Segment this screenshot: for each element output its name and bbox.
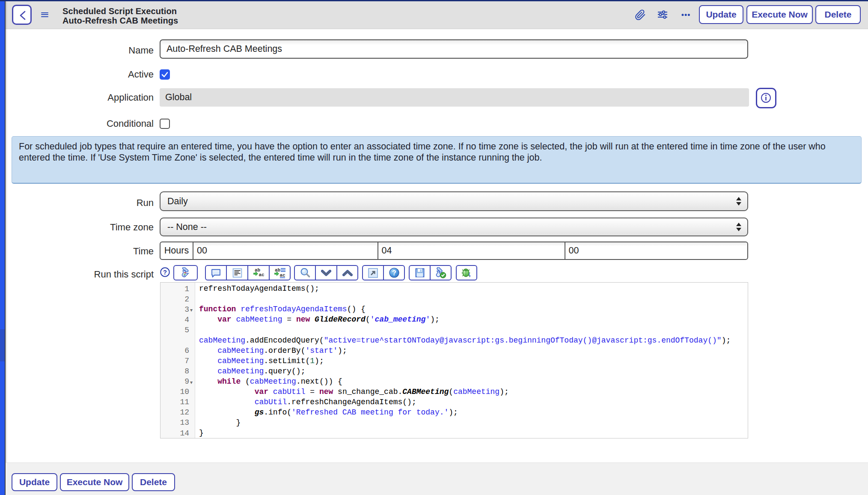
svg-text:?: ? xyxy=(392,269,396,277)
svg-text:ac: ac xyxy=(259,272,264,277)
svg-text:?: ? xyxy=(163,269,167,276)
svg-text:ab: ab xyxy=(275,268,281,273)
svg-text:ac: ac xyxy=(279,273,285,278)
